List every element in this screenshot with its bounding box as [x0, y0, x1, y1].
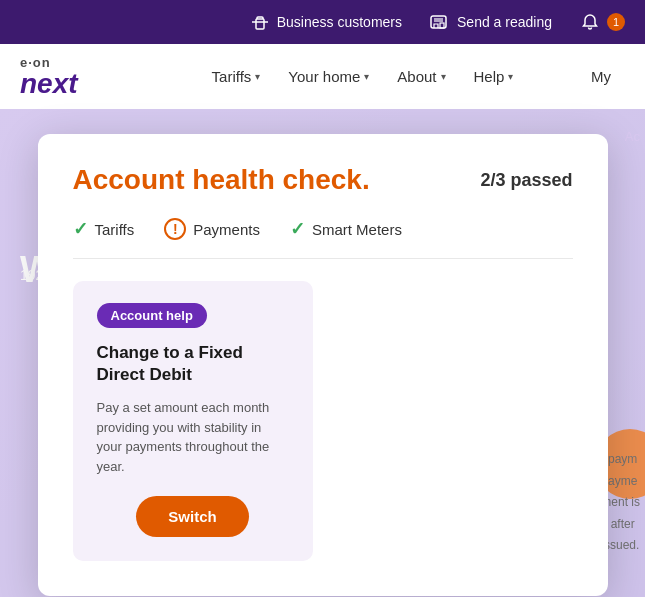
modal-title: Account health check. [73, 164, 370, 196]
check-pass-icon-2: ✓ [290, 218, 305, 240]
switch-button[interactable]: Switch [136, 496, 248, 537]
chevron-down-icon: ▾ [364, 71, 369, 82]
check-pass-icon: ✓ [73, 218, 88, 240]
modal-overlay: Account health check. 2/3 passed ✓ Tarif… [0, 109, 645, 597]
logo-next-text: next [20, 70, 78, 98]
nav-about-label: About [397, 68, 436, 85]
chevron-down-icon: ▾ [508, 71, 513, 82]
check-smart-meters-label: Smart Meters [312, 221, 402, 238]
card-area: Account help Change to a Fixed Direct De… [73, 281, 573, 561]
check-tariffs-label: Tariffs [95, 221, 135, 238]
nav-help-label: Help [474, 68, 505, 85]
check-payments-label: Payments [193, 221, 260, 238]
nav-bar: e·on next Tariffs ▾ Your home ▾ About ▾ … [0, 44, 645, 109]
chevron-down-icon: ▾ [441, 71, 446, 82]
notifications-link[interactable]: 1 [580, 12, 625, 32]
top-bar: Business customers Send a reading 1 [0, 0, 645, 44]
nav-about[interactable]: About ▾ [383, 44, 459, 109]
check-warning-icon: ! [164, 218, 186, 240]
briefcase-icon [250, 12, 270, 32]
account-health-check-modal: Account health check. 2/3 passed ✓ Tarif… [38, 134, 608, 596]
send-reading-label: Send a reading [457, 14, 552, 30]
nav-my[interactable]: My [577, 44, 625, 109]
logo[interactable]: e·on next [20, 55, 78, 98]
modal-header: Account health check. 2/3 passed [73, 164, 573, 196]
account-help-tag: Account help [97, 303, 207, 328]
check-smart-meters: ✓ Smart Meters [290, 218, 402, 240]
nav-your-home-label: Your home [288, 68, 360, 85]
nav-tariffs-label: Tariffs [212, 68, 252, 85]
business-customers-link[interactable]: Business customers [250, 12, 402, 32]
passed-badge: 2/3 passed [480, 170, 572, 191]
nav-items: Tariffs ▾ Your home ▾ About ▾ Help ▾ [198, 44, 577, 109]
nav-your-home[interactable]: Your home ▾ [274, 44, 383, 109]
nav-help[interactable]: Help ▾ [460, 44, 528, 109]
help-card: Account help Change to a Fixed Direct De… [73, 281, 313, 561]
send-reading-link[interactable]: Send a reading [430, 12, 552, 32]
check-tariffs: ✓ Tariffs [73, 218, 135, 240]
chevron-down-icon: ▾ [255, 71, 260, 82]
card-description: Pay a set amount each month providing yo… [97, 398, 289, 476]
nav-tariffs[interactable]: Tariffs ▾ [198, 44, 275, 109]
bell-icon [580, 12, 600, 32]
check-payments: ! Payments [164, 218, 260, 240]
nav-my-label: My [591, 68, 611, 85]
svg-rect-0 [256, 19, 264, 29]
business-customers-label: Business customers [277, 14, 402, 30]
modal-checks: ✓ Tariffs ! Payments ✓ Smart Meters [73, 218, 573, 259]
card-title: Change to a Fixed Direct Debit [97, 342, 289, 386]
meter-icon [430, 12, 450, 32]
notification-count: 1 [607, 13, 625, 31]
